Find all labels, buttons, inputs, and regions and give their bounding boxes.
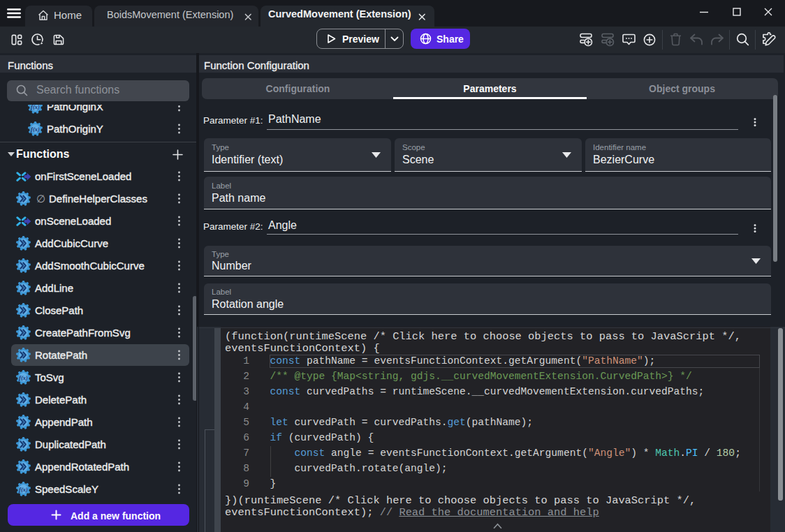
svg-text:f(x): f(x)	[19, 374, 28, 381]
svg-text:f(x): f(x)	[31, 105, 40, 110]
svg-text:f(x): f(x)	[31, 126, 40, 133]
svg-text:f(x): f(x)	[19, 486, 28, 493]
